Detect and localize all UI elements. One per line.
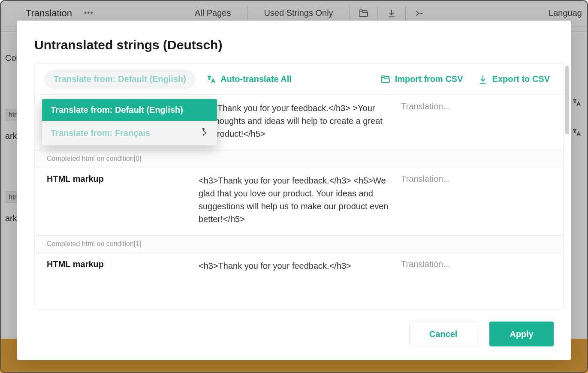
string-source: >Thank you for your feedback.</h3> >Your…: [199, 102, 395, 140]
translate-from-label: Translate from: Default (English): [54, 74, 186, 84]
import-csv-label: Import from CSV: [395, 74, 463, 84]
auto-translate-label: Auto-translate All: [220, 74, 292, 84]
cancel-button[interactable]: Cancel: [409, 322, 478, 346]
translate-from-menu: Translate from: Default (English) Transl…: [42, 99, 217, 145]
string-row[interactable]: HTML markup <h3>Thank you for your feedb…: [35, 253, 564, 282]
string-source: <h3>Thank you for your feedback.</h3> <h…: [199, 174, 395, 226]
modal-title: Untranslated strings (Deutsch): [17, 21, 571, 63]
string-label: HTML markup: [47, 174, 193, 226]
string-translation-placeholder[interactable]: Translation...: [401, 102, 553, 140]
import-from-csv-button[interactable]: Import from CSV: [376, 72, 467, 87]
string-row[interactable]: HTML markup <h3>Thank you for your feedb…: [35, 167, 564, 235]
export-to-csv-button[interactable]: Export to CSV: [473, 72, 554, 87]
scrollbar[interactable]: [565, 66, 569, 134]
panel-toolbar: Translate from: Default (English) Transl…: [35, 64, 564, 95]
string-translation-placeholder[interactable]: Translation...: [401, 259, 553, 272]
menu-option-francais[interactable]: Translate from: Français: [42, 121, 217, 145]
apply-button[interactable]: Apply: [489, 322, 554, 346]
auto-translate-all-button[interactable]: Auto-translate All: [202, 72, 296, 87]
export-csv-label: Export to CSV: [492, 74, 550, 84]
string-translation-placeholder[interactable]: Translation...: [401, 174, 553, 226]
menu-option-label: Translate from: Français: [51, 128, 150, 138]
menu-option-label: Translate from: Default (English): [51, 105, 183, 115]
translate-from-dropdown[interactable]: Translate from: Default (English) Transl…: [44, 70, 196, 89]
untranslated-strings-modal: Untranslated strings (Deutsch) Translate…: [17, 21, 571, 360]
cursor-icon: [200, 127, 208, 139]
section-header: Completed html on condition[1]: [35, 235, 564, 253]
string-label: HTML markup: [47, 259, 193, 272]
string-source: <h3>Thank you for your feedback.</h3>: [199, 259, 395, 272]
section-header: Completed html on condition[0]: [35, 150, 564, 167]
menu-option-default-english[interactable]: Translate from: Default (English): [42, 99, 217, 121]
modal-footer: Cancel Apply: [17, 310, 571, 360]
strings-panel: Translate from: Default (English) Transl…: [34, 63, 564, 310]
